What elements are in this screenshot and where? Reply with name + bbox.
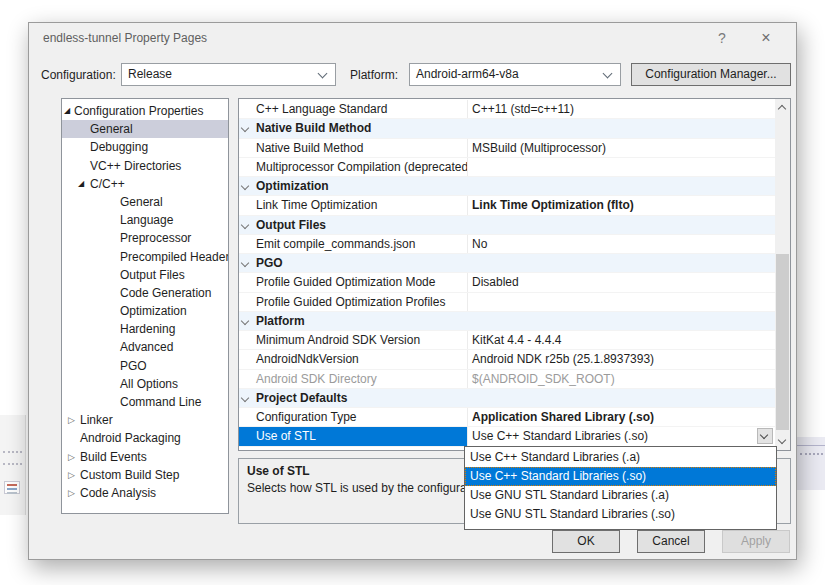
configuration-manager-button[interactable]: Configuration Manager... — [631, 63, 791, 86]
category-row-pgo[interactable]: PGO — [239, 254, 775, 273]
property-row-c-language-standard[interactable]: C++ Language StandardC++11 (std=c++11) — [239, 100, 775, 119]
tree-item-custom-build-step[interactable]: ▷Custom Build Step — [62, 466, 228, 484]
scroll-down-button[interactable] — [775, 433, 790, 450]
category-row-output-files[interactable]: Output Files — [239, 216, 775, 235]
category-row-native-build-method[interactable]: Native Build Method — [239, 119, 775, 138]
tree-collapsed-icon[interactable]: ▷ — [68, 411, 80, 429]
tree-collapsed-icon[interactable]: ▷ — [68, 466, 80, 484]
property-value[interactable] — [467, 293, 775, 311]
tree-item-android-packaging[interactable]: Android Packaging — [62, 429, 228, 447]
tree-item-configuration-properties[interactable]: ◢Configuration Properties — [62, 102, 228, 120]
property-label[interactable]: Link Time Optimization — [239, 196, 467, 214]
property-label[interactable]: Multiprocessor Compilation (deprecated) — [239, 158, 467, 176]
property-label[interactable]: Native Build Method — [239, 139, 467, 157]
tree-expanded-icon[interactable]: ◢ — [64, 102, 76, 120]
property-row-minimum-android-sdk-version[interactable]: Minimum Android SDK VersionKitKat 4.4 - … — [239, 331, 775, 350]
tree-item-linker[interactable]: ▷Linker — [62, 411, 228, 429]
property-value[interactable]: $(ANDROID_SDK_ROOT) — [467, 370, 775, 388]
tree-item-optimization[interactable]: Optimization — [62, 302, 228, 320]
scrollbar-thumb[interactable] — [776, 254, 789, 430]
background-app-fragment-right — [797, 437, 825, 490]
tree-item-general[interactable]: General — [62, 193, 228, 211]
apply-button[interactable]: Apply — [722, 530, 790, 553]
property-label[interactable]: Emit compile_commands.json — [239, 235, 467, 253]
use-of-stl-dropdown-list: Use C++ Standard Libraries (.a)Use C++ S… — [464, 446, 777, 530]
category-label: PGO — [239, 254, 775, 272]
toolbar-grip-dots — [800, 453, 823, 455]
tree-item-hardening[interactable]: Hardening — [62, 320, 228, 338]
tree-item-vc-directories[interactable]: VC++ Directories — [62, 157, 228, 175]
tree-item-code-generation[interactable]: Code Generation — [62, 284, 228, 302]
property-label[interactable]: Profile Guided Optimization Profiles — [239, 293, 467, 311]
chevron-down-icon — [603, 69, 613, 79]
ok-button[interactable]: OK — [552, 530, 620, 553]
tree-item-label: Debugging — [90, 140, 148, 154]
close-button[interactable]: × — [752, 27, 780, 49]
tree-item-command-line[interactable]: Command Line — [62, 393, 228, 411]
property-row-link-time-optimization[interactable]: Link Time OptimizationLink Time Optimiza… — [239, 196, 775, 215]
property-value[interactable] — [467, 158, 775, 176]
property-grid: C++ Language StandardC++11 (std=c++11)Na… — [238, 98, 791, 451]
tree-item-advanced[interactable]: Advanced — [62, 338, 228, 356]
tree-item-general[interactable]: General — [62, 120, 228, 138]
category-row-project-defaults[interactable]: Project Defaults — [239, 389, 775, 408]
background-divider — [797, 445, 825, 446]
tree-item-build-events[interactable]: ▷Build Events — [62, 448, 228, 466]
property-label[interactable]: Use of STL — [239, 427, 467, 445]
tree-item-label: Configuration Properties — [74, 104, 203, 118]
property-value[interactable]: Application Shared Library (.so) — [467, 408, 775, 426]
dropdown-option-0[interactable]: Use C++ Standard Libraries (.a) — [465, 448, 776, 467]
category-row-optimization[interactable]: Optimization — [239, 177, 775, 196]
property-row-multiprocessor-compilation-deprecated-[interactable]: Multiprocessor Compilation (deprecated) — [239, 158, 775, 177]
dropdown-option-1[interactable]: Use C++ Standard Libraries (.so) — [465, 467, 776, 486]
property-row-android-sdk-directory[interactable]: Android SDK Directory$(ANDROID_SDK_ROOT) — [239, 370, 775, 389]
dropdown-option-3[interactable]: Use GNU STL Standard Libraries (.so) — [465, 505, 776, 524]
property-label[interactable]: Minimum Android SDK Version — [239, 331, 467, 349]
scroll-up-button[interactable] — [775, 99, 790, 116]
property-row-emit-compile-commands-json[interactable]: Emit compile_commands.jsonNo — [239, 235, 775, 254]
property-value[interactable]: No — [467, 235, 775, 253]
tree-item-all-options[interactable]: All Options — [62, 375, 228, 393]
platform-combobox[interactable]: Android-arm64-v8a — [409, 63, 621, 86]
value-dropdown-button[interactable] — [757, 428, 773, 444]
tree-item-label: Output Files — [120, 268, 185, 282]
tree-item-output-files[interactable]: Output Files — [62, 266, 228, 284]
property-value[interactable]: C++11 (std=c++11) — [467, 100, 775, 118]
tree-item-precompiled-headers[interactable]: Precompiled Headers — [62, 248, 228, 266]
property-value[interactable]: Use C++ Standard Libraries (.so) — [467, 427, 775, 445]
property-row-androidndkversion[interactable]: AndroidNdkVersionAndroid NDK r25b (25.1.… — [239, 350, 775, 369]
tree-item-label: Advanced — [120, 340, 173, 354]
configuration-combobox[interactable]: Release — [121, 63, 336, 86]
tree-item-preprocessor[interactable]: Preprocessor — [62, 229, 228, 247]
tree-expanded-icon[interactable]: ◢ — [78, 175, 90, 193]
property-value[interactable]: Android NDK r25b (25.1.8937393) — [467, 350, 775, 368]
property-row-native-build-method[interactable]: Native Build MethodMSBuild (Multiprocess… — [239, 139, 775, 158]
category-row-platform[interactable]: Platform — [239, 312, 775, 331]
cancel-button[interactable]: Cancel — [637, 530, 705, 553]
dropdown-option-2[interactable]: Use GNU STL Standard Libraries (.a) — [465, 486, 776, 505]
tree-item-label: Command Line — [120, 395, 201, 409]
property-value[interactable]: MSBuild (Multiprocessor) — [467, 139, 775, 157]
chevron-up-icon — [778, 105, 786, 113]
property-label[interactable]: Profile Guided Optimization Mode — [239, 273, 467, 291]
property-value[interactable]: KitKat 4.4 - 4.4.4 — [467, 331, 775, 349]
tree-collapsed-icon[interactable]: ▷ — [68, 484, 80, 502]
property-value[interactable]: Link Time Optimization (flto) — [467, 196, 775, 214]
property-row-use-of-stl[interactable]: Use of STLUse C++ Standard Libraries (.s… — [239, 427, 775, 446]
help-button[interactable]: ? — [708, 27, 736, 49]
property-label[interactable]: AndroidNdkVersion — [239, 350, 467, 368]
property-row-profile-guided-optimization-mode[interactable]: Profile Guided Optimization ModeDisabled — [239, 273, 775, 292]
tree-collapsed-icon[interactable]: ▷ — [68, 448, 80, 466]
tree-item-pgo[interactable]: PGO — [62, 357, 228, 375]
grid-scrollbar[interactable] — [775, 99, 790, 450]
property-row-configuration-type[interactable]: Configuration TypeApplication Shared Lib… — [239, 408, 775, 427]
property-label[interactable]: Configuration Type — [239, 408, 467, 426]
tree-item-debugging[interactable]: Debugging — [62, 138, 228, 156]
tree-item-language[interactable]: Language — [62, 211, 228, 229]
tree-item-code-analysis[interactable]: ▷Code Analysis — [62, 484, 228, 502]
property-label[interactable]: Android SDK Directory — [239, 370, 467, 388]
property-label[interactable]: C++ Language Standard — [239, 100, 467, 118]
property-row-profile-guided-optimization-profiles[interactable]: Profile Guided Optimization Profiles — [239, 293, 775, 312]
property-value[interactable]: Disabled — [467, 273, 775, 291]
tree-item-c-c-[interactable]: ◢C/C++ — [62, 175, 228, 193]
